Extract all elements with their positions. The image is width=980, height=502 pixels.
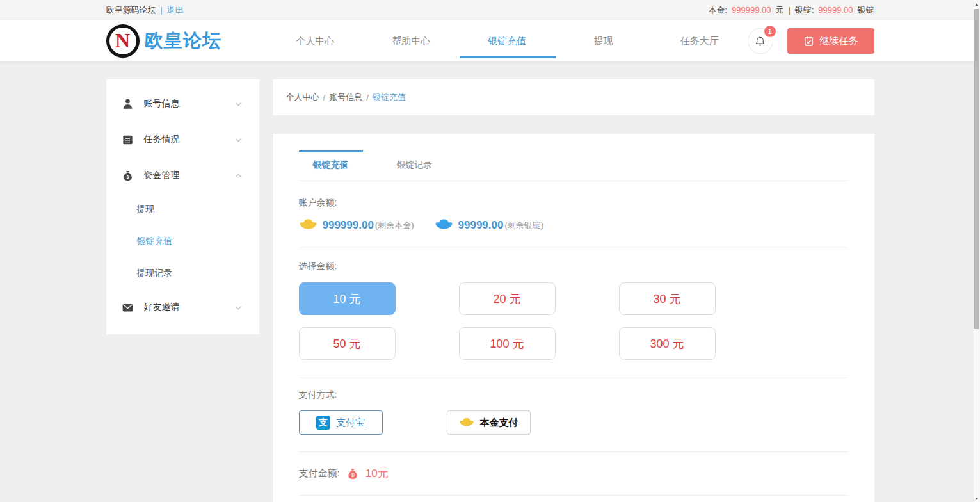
top-utility-bar: 欧皇源码论坛 | 退出 本金: 999999.00 元 | 银锭: 99999.…: [0, 0, 980, 20]
amount-option-50[interactable]: 50 元: [299, 327, 396, 360]
svg-text:$: $: [351, 473, 354, 477]
account-balance-section: 账户余额: 999999.00 (剩余本金) 99999.00 (剩余银锭): [299, 181, 849, 247]
money-bag-icon: $: [122, 170, 134, 182]
sidebar-item-task-status[interactable]: 任务情况: [106, 122, 259, 158]
recharge-tabs: 银锭充值 银锭记录: [299, 150, 849, 181]
sidebar-subitem-withdraw[interactable]: 提现: [106, 193, 259, 225]
pay-amount-value: 10元: [365, 466, 389, 481]
scrollbar-thumb[interactable]: [974, 9, 979, 329]
breadcrumb-personal-center[interactable]: 个人中心: [286, 92, 319, 103]
alipay-icon: 支: [316, 416, 330, 430]
sidebar: 账号信息 任务情况 $ 资金管理 提现 银锭充值 提现记录: [106, 79, 259, 334]
amount-option-100[interactable]: 100 元: [459, 327, 556, 360]
ingot-unit: 银锭: [858, 4, 874, 16]
notification-bell-button[interactable]: 1: [748, 28, 773, 54]
sidebar-subitem-withdraw-records[interactable]: 提现记录: [106, 257, 259, 289]
amount-option-30[interactable]: 30 元: [619, 282, 716, 315]
bell-icon: [754, 35, 766, 47]
pay-amount-row: 支付金额: $ 10元: [299, 452, 849, 496]
vertical-scrollbar[interactable]: ▲ ▼: [974, 0, 980, 502]
pay-amount-label: 支付金额:: [299, 467, 340, 480]
scrollbar-up-arrow[interactable]: ▲: [974, 0, 980, 8]
principal-label: 本金:: [708, 4, 727, 16]
amount-selection-section: 选择金额: 10 元 20 元 30 元 50 元 100 元 300 元: [299, 247, 849, 378]
alipay-label: 支付宝: [336, 417, 365, 429]
sidebar-item-label: 账号信息: [144, 98, 180, 109]
mail-icon: [122, 302, 134, 314]
site-name: 欧皇源码论坛: [106, 4, 156, 16]
principal-value: 999999.00: [732, 5, 771, 15]
principal-unit: 元: [776, 4, 784, 16]
ingot-label: 银锭:: [795, 4, 814, 16]
breadcrumb-separator: /: [366, 93, 369, 102]
amount-option-20[interactable]: 20 元: [459, 282, 556, 315]
chevron-down-icon: [234, 304, 243, 312]
breadcrumb-separator: /: [323, 93, 326, 102]
nav-ingot-recharge[interactable]: 银锭充值: [460, 20, 556, 61]
principal-pay-method-button[interactable]: 本金支付: [447, 410, 531, 435]
chevron-down-icon: [234, 100, 243, 108]
nav-withdraw[interactable]: 提现: [556, 20, 652, 61]
principal-pay-label: 本金支付: [480, 417, 518, 429]
scrollbar-down-arrow[interactable]: ▼: [974, 494, 980, 502]
balance-separator: |: [789, 6, 791, 15]
continue-task-label: 继续任务: [820, 35, 858, 47]
recharge-panel: 银锭充值 银锭记录 账户余额: 999999.00 (剩余本金) 9: [273, 134, 874, 502]
breadcrumb-account-info[interactable]: 账号信息: [329, 92, 362, 103]
sidebar-item-label: 好友邀请: [144, 302, 180, 313]
continue-task-button[interactable]: 继续任务: [787, 28, 874, 54]
nav-task-hall[interactable]: 任务大厅: [652, 20, 748, 61]
user-icon: [122, 98, 134, 110]
breadcrumb-ingot-recharge: 银锭充值: [373, 92, 406, 103]
gold-ingot-icon: [459, 417, 474, 428]
blue-ingot-icon: [435, 218, 453, 232]
nav-personal-center[interactable]: 个人中心: [268, 20, 364, 61]
principal-balance-note: (剩余本金): [375, 220, 414, 231]
ingot-value: 99999.00: [818, 5, 853, 15]
payment-label: 支付方式:: [299, 389, 849, 401]
logout-link[interactable]: 退出: [167, 4, 184, 16]
ingot-balance-value: 99999.00: [458, 219, 504, 232]
amount-label: 选择金额:: [299, 261, 849, 272]
main-header: N 欧皇论坛 个人中心 帮助中心 银锭充值 提现 任务大厅 1: [0, 20, 980, 61]
tab-ingot-recharge[interactable]: 银锭充值: [299, 150, 363, 181]
sidebar-item-invite-friends[interactable]: 好友邀请: [106, 289, 259, 325]
balance-label: 账户余额:: [299, 197, 849, 209]
gold-ingot-icon: [299, 218, 317, 232]
sidebar-subitem-ingot-recharge[interactable]: 银锭充值: [106, 225, 259, 257]
clipboard-check-icon: [803, 36, 814, 47]
logo-letter: N: [115, 30, 130, 51]
payment-method-section: 支付方式: 支 支付宝 本金支付: [299, 378, 849, 452]
logo-text: 欧皇论坛: [143, 28, 221, 54]
sidebar-item-funds-management[interactable]: $ 资金管理: [106, 158, 259, 193]
chevron-down-icon: [234, 136, 243, 144]
chevron-up-icon: [234, 172, 243, 180]
sidebar-item-label: 资金管理: [144, 170, 180, 181]
nav-help-center[interactable]: 帮助中心: [364, 20, 460, 61]
topbar-separator: |: [161, 6, 163, 15]
money-bag-icon: $: [346, 467, 359, 480]
svg-text:$: $: [126, 174, 129, 179]
sidebar-item-label: 任务情况: [144, 134, 180, 145]
main-nav: 个人中心 帮助中心 银锭充值 提现 任务大厅: [268, 20, 748, 61]
amount-option-10[interactable]: 10 元: [299, 282, 396, 315]
principal-balance-value: 999999.00: [323, 219, 374, 232]
ingot-balance-note: (剩余银锭): [504, 220, 543, 231]
breadcrumb: 个人中心 / 账号信息 / 银锭充值: [273, 79, 874, 115]
logo[interactable]: N 欧皇论坛: [106, 24, 268, 58]
task-list-icon: [122, 134, 134, 146]
logo-circle-icon: N: [106, 24, 140, 58]
sidebar-item-account-info[interactable]: 账号信息: [106, 86, 259, 122]
alipay-method-button[interactable]: 支 支付宝: [299, 410, 383, 435]
notification-badge: 1: [764, 26, 776, 37]
amount-option-300[interactable]: 300 元: [619, 327, 716, 360]
tab-ingot-records[interactable]: 银锭记录: [383, 150, 447, 181]
